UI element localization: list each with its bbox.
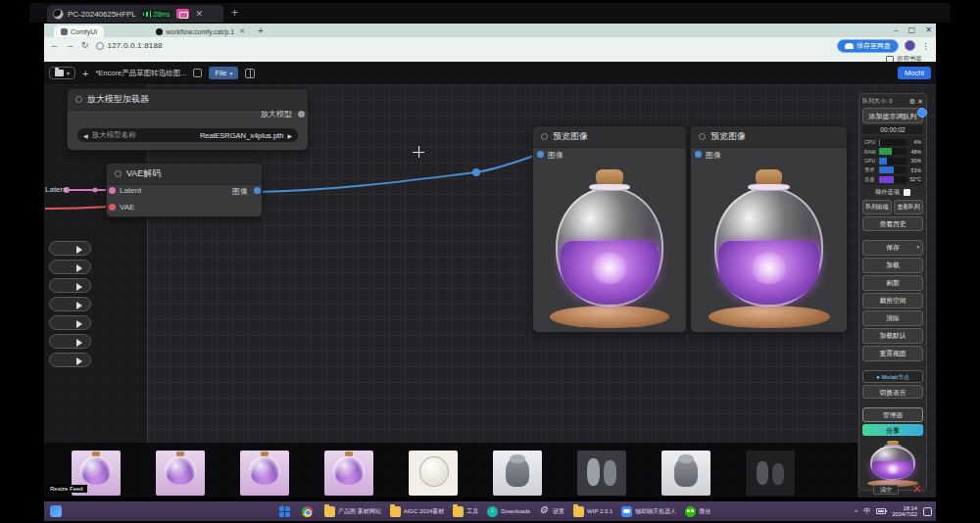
taskbar-item[interactable] [302,506,316,517]
menu-button[interactable]: 清除 [862,310,923,326]
menu-button[interactable]: 保存▾ [862,240,923,256]
feed-thumbnail[interactable] [409,451,458,496]
taskbar-clock[interactable]: 18:14 2024/7/22 [892,505,917,518]
reload-icon[interactable]: ↻ [81,41,89,50]
new-workflow-button[interactable]: + [82,68,88,79]
feed-close-icon[interactable]: ✕ [912,483,921,496]
input-language-indicator[interactable]: 中 [863,506,870,516]
node-collapse-dot[interactable] [541,133,548,140]
taskbar-item[interactable]: Downloads [487,506,530,517]
browser-tab-workflow[interactable]: workflow.comfy.cat/p.1 ✕ [149,25,252,37]
node-vae-decode[interactable]: VAE解码 Latent VAE 图像 [106,163,263,217]
collapsed-node-stub[interactable] [49,260,91,274]
tab-close-icon[interactable]: ✕ [239,27,245,35]
window-minimize-button[interactable]: – [894,24,898,35]
window-maximize-button[interactable]: ▢ [908,24,916,35]
tray-expand-icon[interactable]: ^ [855,508,858,515]
mochi-button[interactable]: Mochi [898,67,931,79]
taskbar-item[interactable]: 辅助聊天机器人 [621,506,676,517]
taskbar-item[interactable]: 产品图 素材网站 [324,506,381,517]
taskbar-app-icon[interactable] [324,506,335,517]
widgets-icon[interactable] [50,505,62,517]
share-button[interactable]: 分享 [862,424,923,436]
taskbar-item[interactable]: 工具 [453,506,478,517]
upscale-model-output-port[interactable] [298,111,305,118]
upscale-model-name-widget[interactable]: ◀ 放大模型名称 RealESRGAN_x4plus.pth ▶ [77,128,298,142]
menu-button[interactable]: 加载默认 [862,328,923,344]
remote-tab-close-icon[interactable]: ✕ [195,9,203,19]
collapsed-node-stub[interactable] [49,353,91,367]
battery-icon[interactable] [876,508,886,514]
switch-language-button[interactable]: 切换语言 [862,385,923,399]
feed-thumbnail[interactable] [240,451,289,496]
mixlab-nodes-button[interactable]: ● Mixlab节点 [862,370,923,383]
url-field[interactable]: 127.0.0.1:8188 [96,41,163,50]
thumbnail-badge[interactable] [917,108,927,118]
browser-tab-comfyui[interactable]: ComfyUI [54,25,104,37]
collapsed-node-stub[interactable] [49,297,91,311]
image-output-port[interactable] [254,187,261,194]
taskbar-item[interactable]: WIP 2.0.1 [573,506,612,517]
file-menu-button[interactable]: File ▾ [209,67,238,79]
feed-thumbnail[interactable] [662,451,710,496]
feed-thumbnail[interactable] [324,451,373,496]
browser-profile-avatar[interactable] [905,40,915,51]
menu-button[interactable]: 裁剪空间 [862,293,923,309]
window-close-button[interactable]: ✕ [925,24,932,35]
save-to-cloud-button[interactable]: 保存至网盘 [837,39,899,53]
image-input-port[interactable] [695,151,702,158]
menu-close-icon[interactable]: ✕ [917,98,923,106]
collapsed-node-stub[interactable] [49,278,91,293]
taskbar-app-icon[interactable] [279,506,290,517]
notification-center-icon[interactable] [923,507,932,516]
node-preview-image-1[interactable]: 预览图像 图像 [532,125,687,333]
settings-gear-icon[interactable]: ⚙ [909,98,915,106]
image-input-port[interactable] [537,151,544,158]
remote-session-tab[interactable]: PC-20240625HFPL 28ms ✕ [47,5,223,23]
queue-prompt-button[interactable]: 添加提示词队列 [862,108,923,123]
taskbar-item[interactable]: 微信 [685,506,710,517]
node-upscale-model-loader[interactable]: 放大模型加载器 放大模型 ◀ 放大模型名称 RealESRGAN_x4plus.… [67,88,309,151]
collapsed-node-stub[interactable] [49,315,91,330]
taskbar-item[interactable]: AIGC 2024素材 [390,506,445,517]
feed-thumbnail[interactable] [577,451,626,496]
menu-button[interactable]: 加载 [862,258,923,273]
latest-output-thumbnail[interactable] [861,440,924,487]
taskbar-item[interactable] [279,506,293,517]
node-collapse-dot[interactable] [699,133,706,140]
extra-options-checkbox[interactable]: 额外选项 [862,187,923,198]
feed-thumbnail[interactable] [493,451,542,496]
latent-input-port[interactable] [109,187,116,194]
layout-grid-icon[interactable] [245,69,255,78]
workflows-folder-button[interactable]: ▾ [49,67,75,79]
taskbar-app-icon[interactable] [685,506,696,517]
manager-button[interactable]: 管理器 [862,407,923,421]
view-queue-button[interactable]: 查看队列 [894,200,923,214]
menu-button[interactable]: 重置视图 [862,346,923,361]
forward-icon[interactable]: → [66,41,74,50]
workflow-tab[interactable]: *Encore产品草图转迅绘图... [95,69,186,78]
taskbar-app-icon[interactable] [487,506,498,517]
back-icon[interactable]: ← [50,41,59,50]
taskbar-app-icon[interactable] [390,506,401,517]
site-info-icon[interactable] [96,42,104,50]
resize-feed-handle[interactable]: Resize Feed [46,485,87,493]
taskbar-item[interactable]: 设置 [539,506,564,517]
taskbar-app-icon[interactable] [621,506,632,517]
feed-clear-button[interactable]: 清空 [873,485,899,495]
save-workflow-icon[interactable] [193,69,202,77]
browser-new-tab-button[interactable]: + [258,25,264,36]
widget-prev-icon[interactable]: ◀ [83,132,88,139]
browser-menu-icon[interactable]: ⋮ [921,41,930,51]
taskbar-app-icon[interactable] [302,506,313,517]
queue-front-button[interactable]: 队列前端 [862,200,892,214]
node-preview-image-2[interactable]: 预览图像 图像 [690,125,848,333]
feed-thumbnail[interactable] [156,451,205,496]
node-collapse-dot[interactable] [75,96,82,103]
menu-button[interactable]: 刷新 [862,275,923,291]
vae-input-port[interactable] [109,204,116,211]
widget-next-icon[interactable]: ▶ [287,132,292,139]
node-collapse-dot[interactable] [115,170,122,177]
collapsed-node-stub[interactable] [49,241,91,256]
remote-new-tab-button[interactable]: + [231,7,238,19]
